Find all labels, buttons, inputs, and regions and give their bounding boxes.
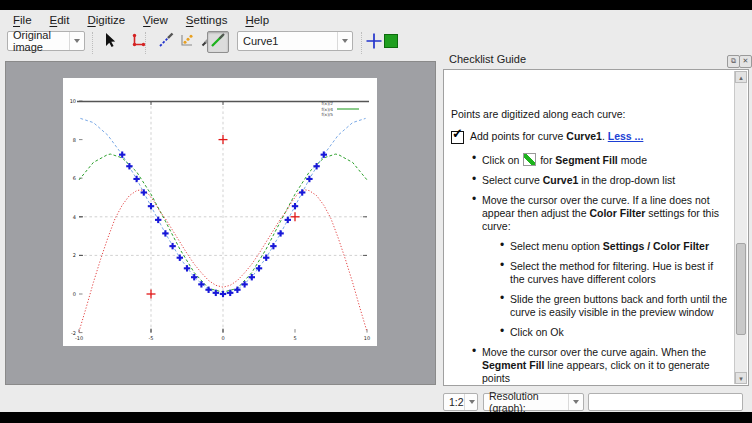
svg-text:f(x)/5: f(x)/5 bbox=[321, 112, 333, 117]
chevron-down-icon bbox=[464, 394, 479, 410]
svg-text:6: 6 bbox=[73, 175, 76, 181]
checklist-bullet: Select the method for filtering. Hue is … bbox=[500, 260, 728, 286]
chevron-down-icon bbox=[568, 394, 583, 410]
zoom-level-combo[interactable]: 1:2 bbox=[443, 393, 478, 411]
graph-svg: 1086420-2-10-50510f(x)/2f(x)/4f(x)/5 bbox=[6, 62, 435, 384]
checklist-text: Add points for curve Curve1. Less ... bbox=[470, 130, 643, 143]
curve-selector-value: Curve1 bbox=[243, 35, 278, 47]
checklist-text: Click on for Segment Fill mode bbox=[482, 154, 647, 166]
svg-text:2: 2 bbox=[73, 252, 76, 258]
scroll-down-icon[interactable]: ▾ bbox=[735, 372, 747, 384]
svg-text:5: 5 bbox=[293, 335, 296, 341]
svg-text:-5: -5 bbox=[149, 335, 154, 341]
menu-bar: FileEditDigitizeViewSettingsHelp bbox=[0, 10, 752, 29]
scrollbar-thumb[interactable] bbox=[736, 243, 746, 335]
point-match-tool[interactable] bbox=[176, 31, 198, 53]
axis-point-tool-icon bbox=[130, 32, 146, 52]
menu-help[interactable]: Help bbox=[236, 12, 278, 28]
checklist-text: Select menu option Settings / Color Filt… bbox=[510, 240, 709, 252]
checklist-bullet: Click on for Segment Fill mode bbox=[472, 153, 728, 167]
checklist-guide-panel: Points are digitized along each curve:Ad… bbox=[443, 69, 749, 386]
checklist-link[interactable]: Less ... bbox=[608, 130, 644, 142]
menu-view[interactable]: View bbox=[134, 12, 177, 28]
svg-text:0: 0 bbox=[221, 335, 224, 341]
scroll-up-icon[interactable]: ▴ bbox=[735, 71, 747, 83]
checklist-bullet: Click on Ok bbox=[500, 326, 728, 339]
svg-text:f(x)/4: f(x)/4 bbox=[321, 107, 333, 112]
checklist-bullet: Slide the green buttons back and forth u… bbox=[500, 293, 728, 319]
segment-fill-tool-icon bbox=[210, 32, 226, 52]
checklist-task: Add points for curve Curve1. Less ... bbox=[451, 130, 728, 144]
menu-edit[interactable]: Edit bbox=[41, 12, 79, 28]
point-match-tool-icon bbox=[179, 32, 195, 52]
segment-fill-style-swatch bbox=[384, 34, 398, 48]
menu-digitize[interactable]: Digitize bbox=[78, 12, 134, 28]
checklist-bullet: Move the cursor over the curve. If a lin… bbox=[472, 194, 728, 233]
resolution-combo-value: Resolution (graph): bbox=[489, 390, 568, 414]
zoom-level-value: 1:2 bbox=[449, 396, 464, 408]
svg-text:10: 10 bbox=[364, 335, 370, 341]
blue-cross-icon bbox=[366, 33, 382, 49]
checklist-text: Move the cursor over the curve. If a lin… bbox=[482, 194, 719, 232]
checklist-paragraph: Points are digitized along each curve: bbox=[451, 108, 728, 121]
svg-text:-10: -10 bbox=[75, 335, 83, 341]
checklist-text: Move the cursor over the curve again. Wh… bbox=[482, 346, 710, 384]
segment-fill-tool[interactable] bbox=[207, 31, 229, 53]
curve-point-tool-icon bbox=[158, 32, 174, 52]
curve-point-tool[interactable] bbox=[155, 31, 177, 53]
checklist-text: Select curve Curve1 in the drop-down lis… bbox=[482, 174, 675, 186]
toolbar: Original image Curve1 bbox=[0, 29, 752, 59]
select-tool-icon bbox=[102, 32, 118, 52]
dock-close-icon[interactable]: ✕ bbox=[739, 55, 752, 68]
checklist-scrollbar[interactable]: ▴ ▾ bbox=[734, 71, 747, 384]
graph-canvas[interactable]: 1086420-2-10-50510f(x)/2f(x)/4f(x)/5 bbox=[5, 61, 436, 385]
checklist-bullet: Move the cursor over the curve again. Wh… bbox=[472, 346, 728, 385]
segment-fill-icon bbox=[523, 153, 536, 166]
dock-title: Checklist Guide bbox=[449, 53, 526, 65]
resolution-combo[interactable]: Resolution (graph): bbox=[483, 393, 584, 411]
status-field[interactable] bbox=[588, 393, 743, 411]
svg-text:8: 8 bbox=[73, 137, 76, 143]
toolbar-separator bbox=[145, 32, 147, 54]
checklist-text: Slide the green buttons back and forth u… bbox=[510, 293, 727, 318]
select-tool[interactable] bbox=[99, 31, 121, 53]
menu-settings[interactable]: Settings bbox=[177, 12, 237, 28]
curve-point-style-swatch bbox=[366, 33, 382, 49]
curve-selector-combo[interactable]: Curve1 bbox=[237, 31, 353, 51]
checklist-bullet: Select curve Curve1 in the drop-down lis… bbox=[472, 174, 728, 187]
svg-text:f(x)/2: f(x)/2 bbox=[321, 101, 333, 106]
svg-text:10: 10 bbox=[70, 98, 76, 104]
chevron-down-icon bbox=[337, 32, 352, 50]
svg-text:0: 0 bbox=[73, 291, 76, 297]
screenshot-root: FileEditDigitizeViewSettingsHelp Origina… bbox=[0, 0, 752, 423]
checkbox-checked[interactable] bbox=[451, 131, 464, 144]
menu-file[interactable]: File bbox=[4, 12, 41, 28]
checklist-text: Click on Ok bbox=[510, 326, 564, 338]
checklist-content: Points are digitized along each curve:Ad… bbox=[444, 70, 732, 386]
bottom-black-bar bbox=[0, 412, 752, 423]
svg-text:4: 4 bbox=[73, 214, 76, 220]
app-window: FileEditDigitizeViewSettingsHelp Origina… bbox=[0, 10, 752, 412]
checklist-bullet: Select menu option Settings / Color Filt… bbox=[500, 240, 728, 253]
toolbar-separator bbox=[361, 32, 363, 54]
checklist-text: Select the method for filtering. Hue is … bbox=[510, 260, 713, 285]
